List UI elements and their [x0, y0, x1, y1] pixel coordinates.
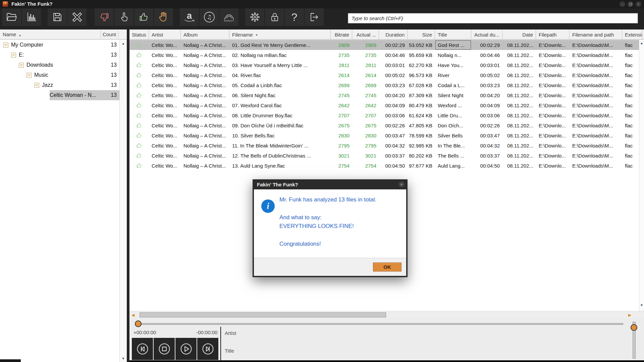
itunes-lookup-button[interactable]: ♫	[200, 8, 219, 26]
collapse-expander-icon[interactable]: −	[11, 53, 16, 58]
tree-item[interactable]: Celtic Woman - N...13	[0, 90, 119, 100]
help-button[interactable]: ?	[285, 8, 304, 26]
play-button[interactable]	[175, 338, 197, 360]
scroll-down-icon[interactable]: ▼	[639, 303, 644, 307]
cell-date: 08.11.202...	[502, 50, 536, 60]
tree-item[interactable]: −E:13	[0, 50, 119, 60]
column-header-date[interactable]: Date	[502, 29, 536, 40]
cell-title: God Rest ...	[435, 40, 471, 50]
column-header-extension[interactable]: Extensio	[622, 29, 642, 40]
column-header-filename_and_path[interactable]: Filename and path	[570, 29, 622, 40]
cell-duration: 00:05:02	[379, 70, 408, 80]
tree-item[interactable]: −My Computer13	[0, 40, 119, 50]
scroll-right-icon[interactable]: ▶	[628, 313, 631, 317]
exit-button[interactable]	[305, 8, 324, 26]
settings-button[interactable]	[245, 8, 264, 26]
table-row[interactable]: Celtic Wo...Nollaig – A Christ...01. God…	[129, 40, 642, 50]
column-header-status[interactable]: Status	[129, 29, 149, 40]
tree-item-label: Jazz	[42, 82, 111, 88]
scroll-up-icon[interactable]: ▲	[639, 41, 644, 45]
beatport-lookup-button[interactable]: beatport	[219, 8, 238, 26]
ok-button[interactable]: OK	[373, 262, 401, 272]
cell-album: Nollaig – A Christ...	[181, 40, 229, 50]
cell-artist: Celtic Wo...	[149, 40, 181, 50]
lock-button[interactable]	[265, 8, 284, 26]
table-row[interactable]: Celtic Wo...Nollaig – A Christ...02. Nol…	[129, 50, 642, 60]
collapse-expander-icon[interactable]: −	[19, 63, 24, 68]
table-rows: Celtic Wo...Nollaig – A Christ...01. God…	[129, 40, 642, 171]
collapse-expander-icon[interactable]: −	[26, 73, 32, 78]
table-row[interactable]: Celtic Wo...Nollaig – A Christ...03. Hav…	[129, 60, 642, 70]
cell-filename_and_path: E:\Downloads\M...	[570, 60, 622, 70]
table-row[interactable]: Celtic Wo...Nollaig – A Christ...08. Lit…	[129, 110, 642, 120]
column-header-filename[interactable]: Filename▲	[229, 29, 331, 40]
table-row[interactable]: Celtic Wo...Nollaig – A Christ...12. The…	[129, 150, 642, 161]
pointing-up-hand-icon	[118, 11, 130, 23]
table-row[interactable]: Celtic Wo...Nollaig – A Christ...04. Riv…	[129, 70, 642, 80]
tree-item[interactable]: −Music13	[0, 70, 119, 80]
mark-fake-button[interactable]	[95, 8, 114, 26]
seek-slider[interactable]	[137, 323, 623, 325]
tree-column-name[interactable]: Name▲	[3, 32, 21, 37]
cell-filename: 11. In The Bleak MidwinterGoin' ...	[229, 140, 331, 150]
cell-actual_duration: 00:04:09	[471, 100, 502, 110]
table-row[interactable]: Celtic Wo...Nollaig – A Christ...13. Aul…	[129, 161, 642, 171]
tree-column-count[interactable]: Count	[103, 32, 116, 37]
mark-hold-button[interactable]	[154, 8, 173, 26]
cell-filepath: E:\Downlo...	[536, 130, 570, 140]
column-header-actual_bitrate[interactable]: Actual ...	[352, 29, 379, 40]
column-header-bitrate[interactable]: Bitrate	[331, 29, 352, 40]
beatport-icon: beatport	[222, 13, 236, 22]
scrollbar-thumb[interactable]	[140, 312, 386, 317]
scroll-down-icon[interactable]: ▼	[120, 357, 127, 360]
column-header-filepath[interactable]: Filepath	[536, 29, 570, 40]
table-row[interactable]: Celtic Wo...Nollaig – A Christ...10. Sil…	[129, 130, 642, 140]
seek-slider-thumb[interactable]	[135, 320, 142, 327]
column-header-album[interactable]: Album	[181, 29, 229, 40]
column-header-size[interactable]: Size	[408, 29, 435, 40]
tree-item[interactable]: −Jazz13	[0, 80, 119, 90]
volume-slider-thumb[interactable]	[631, 324, 637, 331]
table-row[interactable]: Celtic Wo...Nollaig – A Christ...05. Cod…	[129, 80, 642, 90]
mark-unsure-button[interactable]	[114, 8, 133, 26]
stop-icon	[157, 341, 172, 357]
tree-scrollbar[interactable]: ▲ ▼	[119, 40, 127, 362]
scroll-up-icon[interactable]: ▲	[120, 42, 127, 45]
skip-to-start-button[interactable]	[132, 338, 153, 360]
column-header-artist[interactable]: Artist	[149, 29, 181, 40]
minimize-button[interactable]: —	[620, 1, 625, 7]
table-row[interactable]: Celtic Wo...Nollaig – A Christ...07. Wex…	[129, 100, 642, 110]
dialog-close-button[interactable]: ✕	[398, 181, 405, 187]
close-button[interactable]: ✕	[636, 1, 641, 7]
column-header-actual_duration[interactable]: Actual du...	[471, 29, 502, 40]
restore-button[interactable]	[628, 1, 633, 7]
folder-icon	[6, 11, 18, 23]
mark-good-button[interactable]	[134, 8, 153, 26]
cell-actual_bitrate: 2735	[352, 50, 379, 60]
table-row[interactable]: Celtic Wo...Nollaig – A Christ...09. Don…	[129, 120, 642, 130]
cell-title: River	[435, 70, 471, 80]
column-header-title[interactable]: Title	[435, 29, 471, 40]
table-row[interactable]: Celtic Wo...Nollaig – A Christ...06. Sil…	[129, 90, 642, 100]
open-folder-button[interactable]	[2, 8, 21, 26]
save-button[interactable]	[48, 8, 67, 26]
table-vertical-scrollbar[interactable]: ▲ ▼	[639, 40, 644, 311]
search-input[interactable]	[348, 13, 638, 23]
cell-actual_duration: 00:04:20	[471, 90, 502, 100]
skip-to-end-button[interactable]	[197, 338, 218, 360]
collapse-expander-icon[interactable]: −	[3, 43, 8, 48]
stop-button[interactable]	[154, 338, 175, 360]
amazon-lookup-button[interactable]: a	[180, 8, 199, 26]
collapse-expander-icon[interactable]: −	[34, 83, 39, 88]
cell-bitrate: 2754	[331, 161, 352, 171]
cell-filename_and_path: E:\Downloads\M...	[570, 120, 622, 130]
table-row[interactable]: Celtic Wo...Nollaig – A Christ...11. In …	[129, 140, 642, 150]
tree-item[interactable]: −Downloads13	[0, 60, 119, 70]
analyze-button[interactable]	[22, 8, 41, 26]
column-header-duration[interactable]: Duration	[379, 29, 408, 40]
delete-button[interactable]	[67, 8, 87, 26]
thumbs-up-status-icon	[136, 102, 143, 109]
scroll-left-icon[interactable]: ◀	[131, 313, 135, 317]
cell-date: 08.11.202...	[502, 150, 536, 161]
table-horizontal-scrollbar[interactable]: ◀ ▶	[129, 311, 644, 318]
